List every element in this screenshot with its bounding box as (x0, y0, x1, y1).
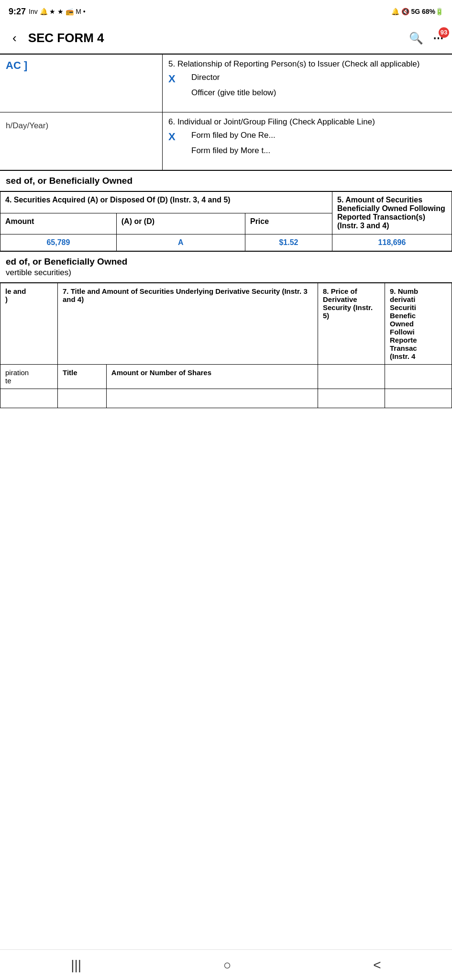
col9-subrow (385, 365, 452, 389)
nav-bar: ‹ SEC FORM 4 🔍 ⋯ 93 (0, 23, 452, 54)
status-right: 🔔 🔇 5G 68%🔋 (391, 8, 443, 15)
ac-text: AC ] (6, 59, 156, 72)
status-indicators: Inv 🔔 ★ ★ 📻 M • (29, 8, 86, 15)
ad-header: (A) or (D) (116, 213, 245, 234)
menu-button[interactable]: ||| (57, 954, 95, 977)
col8-subrow (318, 365, 385, 389)
price-header: Price (245, 213, 332, 234)
form-content: AC ] 5. Relationship of Reporting Person… (0, 54, 452, 408)
nav-icons: 🔍 ⋯ 93 (409, 32, 443, 45)
derivative-header: ed of, or Beneficially Owned vertible se… (0, 252, 452, 283)
derivative-data-row (0, 389, 452, 408)
right-icons: 🔔 🔇 5G 68%🔋 (391, 8, 443, 15)
status-bar: 9:27 Inv 🔔 ★ ★ 📻 M • 🔔 🔇 5G 68%🔋 (0, 0, 452, 23)
officer-check (168, 88, 182, 100)
section-5-row: AC ] 5. Relationship of Reporting Person… (0, 55, 452, 112)
derivative-col7a-data (58, 389, 107, 408)
year-label: h/Day/Year) (6, 121, 156, 131)
beneficial-owned-header: sed of, or Beneficially Owned (0, 171, 452, 191)
col5-value: 118,696 (332, 234, 452, 252)
menu-badge[interactable]: ⋯ 93 (433, 32, 443, 45)
ad-value: A (116, 234, 245, 252)
officer-label: Officer (give title below) (191, 88, 276, 98)
col9-header: 9. NumbderivatiSecuritiBeneficOwnedFollo… (385, 283, 452, 365)
securities-header-row: 4. Securities Acquired (A) or Disposed O… (0, 192, 452, 213)
col5-header: 5. Amount of Securities Beneficially Own… (332, 192, 452, 234)
col7-header: 7. Title and Amount of Securities Underl… (58, 283, 318, 365)
section5-heading: 5. Relationship of Reporting Person(s) t… (168, 59, 446, 69)
page-title: SEC FORM 4 (28, 31, 401, 45)
left-panel-5: AC ] (0, 55, 163, 112)
amount-number-header: Amount or Number of Shares (106, 365, 318, 389)
derivative-col6-data (0, 389, 58, 408)
form-more-label: Form filed by More t... (191, 146, 270, 156)
section6-heading: 6. Individual or Joint/Group Filing (Che… (168, 117, 446, 127)
form-one-label: Form filed by One Re... (191, 131, 276, 140)
form-more-row: Form filed by More t... (168, 146, 446, 158)
amount-value: 65,789 (0, 234, 117, 252)
derivative-col7b-data (106, 389, 318, 408)
right-panel-6: 6. Individual or Joint/Group Filing (Che… (163, 112, 452, 170)
expiration-label: pirationte (5, 368, 29, 385)
col6-header: le and ) (0, 283, 58, 365)
col8-header: 8. Price of Derivative Security (Instr. … (318, 283, 385, 365)
derivative-header-row: le and ) 7. Title and Amount of Securiti… (0, 283, 452, 365)
amount-header: Amount (0, 213, 117, 234)
director-row: X Director (168, 73, 446, 85)
col4-header: 4. Securities Acquired (A) or Disposed O… (0, 192, 332, 213)
form-more-check (168, 146, 182, 158)
search-icon[interactable]: 🔍 (409, 32, 423, 45)
back-button[interactable]: ‹ (9, 27, 21, 49)
home-button[interactable]: ○ (210, 954, 245, 977)
form-one-check: X (168, 131, 182, 143)
left-panel-6: h/Day/Year) (0, 112, 163, 170)
securities-data-row: 65,789 A $1.52 118,696 (0, 234, 452, 252)
derivative-subheader-row: pirationte Title Amount or Number of Sha… (0, 365, 452, 389)
securities-table: 4. Securities Acquired (A) or Disposed O… (0, 191, 452, 252)
officer-row: Officer (give title below) (168, 88, 446, 100)
director-label: Director (191, 73, 220, 82)
title-header: Title (58, 365, 107, 389)
price-value: $1.52 (245, 234, 332, 252)
right-panel-5: 5. Relationship of Reporting Person(s) t… (163, 55, 452, 112)
form-one-row: X Form filed by One Re... (168, 131, 446, 143)
status-left: 9:27 Inv 🔔 ★ ★ 📻 M • (9, 7, 86, 17)
section-6-row: h/Day/Year) 6. Individual or Joint/Group… (0, 112, 452, 171)
derivative-col8-data (318, 389, 385, 408)
derivative-subheader: vertible securities) (6, 268, 71, 277)
notification-badge: 93 (439, 27, 449, 38)
derivative-col9-data (385, 389, 452, 408)
derivative-table: le and ) 7. Title and Amount of Securiti… (0, 283, 452, 408)
director-check: X (168, 73, 182, 85)
bottom-nav: ||| ○ < (0, 949, 452, 980)
col6-subrow: pirationte (0, 365, 58, 389)
back-nav-button[interactable]: < (360, 954, 394, 977)
time-display: 9:27 (9, 7, 26, 17)
